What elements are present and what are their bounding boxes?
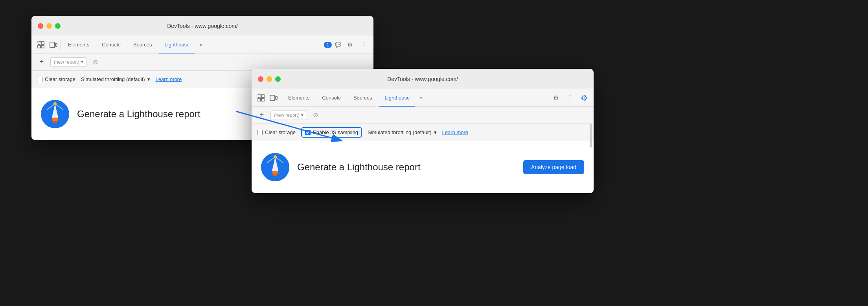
device-icon-front[interactable] — [268, 92, 279, 103]
minimize-button-back[interactable] — [46, 23, 52, 29]
toolbar-divider-front — [281, 93, 281, 103]
svg-rect-4 — [50, 42, 55, 48]
svg-rect-18 — [276, 96, 277, 100]
scrollbar-front[interactable] — [590, 124, 592, 147]
toolbar-front: Elements Console Sources Lighthouse » ⚙ … — [252, 89, 594, 107]
learn-more-link-back[interactable]: Learn more — [156, 76, 182, 82]
clear-storage-checkbox-front[interactable]: Clear storage — [257, 129, 296, 135]
tab-lighthouse-back[interactable]: Lighthouse — [159, 36, 195, 53]
blue-gear-icon[interactable]: ⚙ — [579, 92, 590, 103]
enable-js-sampling-highlight: Enable JS sampling — [301, 127, 362, 138]
more-icon-back[interactable]: ⋮ — [359, 39, 370, 50]
report-bar-back: + (new report) ▾ ⊘ — [31, 53, 373, 71]
toolbar-right-front: ⚙ ⋮ ⚙ — [550, 92, 590, 103]
chat-icon-back: 💬 — [335, 42, 341, 48]
svg-point-25 — [274, 155, 277, 159]
add-report-button-front[interactable]: + — [256, 110, 267, 121]
svg-rect-3 — [41, 45, 44, 48]
device-icon[interactable] — [48, 39, 59, 50]
lighthouse-logo-back — [41, 100, 69, 128]
minimize-button-front[interactable] — [267, 76, 272, 82]
lighthouse-logo-front — [261, 153, 289, 181]
tab-more-back[interactable]: » — [197, 42, 206, 48]
svg-rect-21 — [272, 171, 278, 174]
report-select-back[interactable]: (new report) ▾ — [50, 57, 87, 67]
svg-rect-5 — [55, 43, 57, 46]
close-button-front[interactable] — [258, 76, 263, 82]
selector-icon-front[interactable] — [256, 92, 267, 103]
toolbar-right-back: 1 💬 ⚙ ⋮ — [324, 39, 370, 50]
settings-icon-front[interactable]: ⚙ — [550, 92, 561, 103]
notification-badge-back[interactable]: 1 — [324, 42, 332, 48]
tab-elements-back[interactable]: Elements — [63, 36, 95, 53]
toolbar-back: Elements Console Sources Lighthouse » 1 … — [31, 36, 373, 53]
enable-js-sampling-checkbox[interactable]: Enable JS sampling — [305, 129, 358, 135]
report-bar-front: + (new report) ▾ ⊘ — [252, 107, 594, 124]
tab-lighthouse-front[interactable]: Lighthouse — [379, 89, 416, 107]
tab-sources-back[interactable]: Sources — [128, 36, 158, 53]
clear-report-button-back[interactable]: ⊘ — [90, 57, 101, 68]
maximize-button-front[interactable] — [275, 76, 281, 82]
svg-rect-1 — [41, 42, 44, 44]
selector-icon[interactable] — [35, 39, 46, 50]
tab-elements-front[interactable]: Elements — [283, 89, 315, 107]
devtools-window-front: DevTools - www.google.com/ Elements Cons… — [252, 69, 594, 193]
svg-rect-15 — [258, 98, 261, 101]
clear-storage-checkbox-back[interactable]: Clear storage — [37, 76, 75, 82]
window-title-front: DevTools - www.google.com/ — [387, 76, 458, 82]
learn-more-link-front[interactable]: Learn more — [442, 129, 468, 135]
traffic-lights-front — [258, 76, 281, 82]
svg-rect-0 — [38, 42, 40, 44]
title-bar-front: DevTools - www.google.com/ — [252, 69, 594, 89]
svg-rect-2 — [38, 45, 40, 48]
svg-rect-13 — [258, 95, 261, 98]
traffic-lights-back — [38, 23, 61, 29]
throttling-select-front[interactable]: Simulated throttling (default) ▾ — [368, 129, 437, 135]
main-content-front: Generate a Lighthouse report Analyze pag… — [252, 141, 594, 193]
tab-console-back[interactable]: Console — [96, 36, 126, 53]
maximize-button-back[interactable] — [55, 23, 61, 29]
options-bar-front: Clear storage Enable JS sampling Simulat… — [252, 124, 594, 141]
more-icon-front[interactable]: ⋮ — [565, 92, 576, 103]
settings-icon-back[interactable]: ⚙ — [344, 39, 355, 50]
svg-rect-16 — [261, 98, 264, 101]
svg-point-12 — [53, 102, 57, 105]
svg-rect-9 — [53, 121, 57, 123]
report-select-front[interactable]: (new report) ▾ — [270, 111, 307, 120]
generate-report-text-front: Generate a Lighthouse report — [297, 162, 421, 173]
generate-report-text-back: Generate a Lighthouse report — [77, 109, 200, 120]
toolbar-divider — [61, 40, 61, 50]
window-title-back: DevTools - www.google.com/ — [167, 23, 238, 29]
title-bar-back: DevTools - www.google.com/ — [31, 16, 373, 36]
svg-rect-22 — [273, 174, 277, 176]
svg-rect-14 — [261, 95, 264, 98]
tab-more-front[interactable]: » — [417, 95, 426, 101]
close-button-back[interactable] — [38, 23, 43, 29]
analyze-page-load-button[interactable]: Analyze page load — [523, 160, 584, 174]
throttling-select-back[interactable]: Simulated throttling (default) ▾ — [81, 76, 150, 82]
tab-console-front[interactable]: Console — [316, 89, 346, 107]
svg-rect-8 — [52, 118, 58, 121]
clear-report-button-front[interactable]: ⊘ — [310, 110, 321, 121]
svg-rect-17 — [270, 95, 275, 101]
tab-sources-front[interactable]: Sources — [348, 89, 378, 107]
add-report-button-back[interactable]: + — [36, 57, 47, 68]
